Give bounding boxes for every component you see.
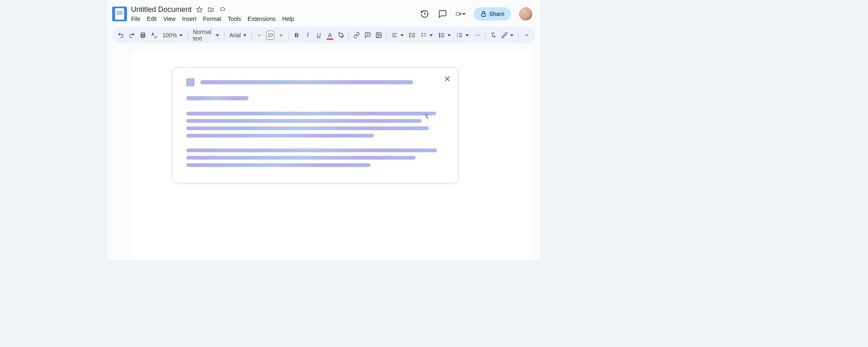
ai-loading-line	[186, 119, 422, 123]
highlight-icon[interactable]	[337, 29, 345, 41]
print-icon[interactable]	[138, 29, 147, 41]
increase-font-icon[interactable]: +	[277, 29, 285, 41]
paragraph-style-dropdown[interactable]: Normal text	[191, 29, 221, 42]
bulleted-list-dropdown[interactable]	[437, 32, 452, 38]
share-button[interactable]: Share	[474, 7, 511, 20]
svg-point-22	[439, 35, 440, 36]
redo-icon[interactable]	[127, 29, 136, 41]
menu-bar: File Edit View Insert Format Tools Exten…	[131, 15, 294, 23]
chevron-down-icon	[448, 34, 451, 36]
add-comment-icon[interactable]	[363, 29, 372, 41]
svg-point-20	[439, 33, 440, 34]
insert-link-icon[interactable]	[352, 29, 361, 41]
style-value: Normal text	[193, 29, 213, 42]
account-avatar[interactable]	[519, 7, 532, 20]
cloud-saved-icon[interactable]	[219, 6, 226, 13]
chevron-down-icon	[466, 34, 469, 36]
chevron-down-icon	[429, 34, 433, 36]
svg-rect-1	[456, 13, 459, 16]
close-icon[interactable]: ✕	[444, 74, 451, 84]
toolbar: 100% Normal text Arial − 10 + B I U A 12…	[112, 27, 535, 43]
editing-mode-dropdown[interactable]	[500, 32, 515, 38]
google-docs-window: Untitled Document File Edit View Insert …	[106, 0, 540, 260]
menu-extensions[interactable]: Extensions	[248, 15, 276, 23]
text-color-letter: A	[327, 32, 333, 38]
align-dropdown[interactable]	[390, 32, 405, 38]
menu-help[interactable]: Help	[282, 15, 294, 23]
star-icon[interactable]	[196, 6, 203, 13]
menu-file[interactable]: File	[131, 15, 140, 23]
menu-format[interactable]: Format	[203, 15, 221, 23]
document-title[interactable]: Untitled Document	[131, 5, 192, 14]
chevron-down-icon	[400, 34, 404, 36]
meet-dropdown[interactable]	[456, 9, 466, 19]
header-actions: Share	[420, 7, 535, 20]
checklist-dropdown[interactable]	[419, 32, 434, 38]
clear-formatting-icon[interactable]	[488, 29, 497, 41]
menu-edit[interactable]: Edit	[147, 15, 157, 23]
ai-loading-line	[186, 156, 416, 160]
document-page[interactable]: ✕	[131, 51, 532, 259]
svg-rect-3	[481, 14, 485, 16]
chevron-down-icon	[179, 34, 183, 36]
svg-point-10	[377, 34, 379, 35]
font-size-input[interactable]: 10	[266, 31, 274, 40]
ai-loading-title	[200, 80, 413, 84]
header-bar: Untitled Document File Edit View Insert …	[106, 0, 540, 24]
spellcheck-icon[interactable]	[149, 29, 158, 41]
lock-icon	[480, 11, 487, 17]
ai-loading-line	[186, 149, 437, 152]
decrease-font-icon[interactable]: −	[255, 29, 264, 41]
text-color-button[interactable]: A	[326, 29, 334, 41]
chevron-down-icon	[216, 34, 219, 36]
svg-marker-0	[197, 7, 202, 12]
bold-button[interactable]: B	[292, 29, 301, 41]
docs-app-icon[interactable]	[112, 7, 127, 21]
svg-point-24	[439, 36, 440, 37]
ai-loading-subtitle	[186, 96, 249, 100]
chevron-down-icon	[243, 34, 246, 36]
more-icon[interactable]: ⋯	[473, 29, 481, 41]
insert-image-icon[interactable]	[374, 29, 383, 41]
font-value: Arial	[229, 32, 241, 38]
numbered-list-dropdown[interactable]: 123	[455, 32, 470, 38]
move-to-folder-icon[interactable]	[207, 6, 215, 13]
share-label: Share	[489, 11, 504, 17]
chevron-down-icon	[510, 34, 513, 36]
font-family-dropdown[interactable]: Arial	[228, 32, 248, 38]
title-and-menu: Untitled Document File Edit View Insert …	[131, 5, 294, 23]
zoom-value: 100%	[162, 32, 177, 38]
line-spacing-icon[interactable]	[408, 29, 416, 41]
docs-page-glyph	[115, 8, 124, 20]
ai-loading-line	[186, 112, 436, 115]
ai-loading-line	[186, 126, 429, 130]
comment-icon[interactable]	[438, 9, 448, 19]
hide-menus-icon[interactable]	[522, 29, 531, 41]
menu-insert[interactable]: Insert	[182, 15, 197, 23]
ai-suggestion-card: ✕	[172, 67, 459, 183]
italic-button[interactable]: I	[303, 29, 312, 41]
version-history-icon[interactable]	[420, 9, 429, 19]
menu-view[interactable]: View	[163, 15, 176, 23]
ai-loading-chip	[186, 78, 194, 86]
underline-button[interactable]: U	[314, 29, 323, 41]
chevron-down-icon	[462, 13, 466, 15]
ai-loading-line	[186, 134, 374, 137]
menu-tools[interactable]: Tools	[228, 15, 241, 23]
title-row: Untitled Document	[131, 5, 294, 14]
zoom-dropdown[interactable]: 100%	[160, 32, 184, 38]
ai-loading-line	[186, 163, 371, 167]
svg-text:3: 3	[457, 36, 458, 38]
undo-icon[interactable]	[116, 29, 125, 41]
